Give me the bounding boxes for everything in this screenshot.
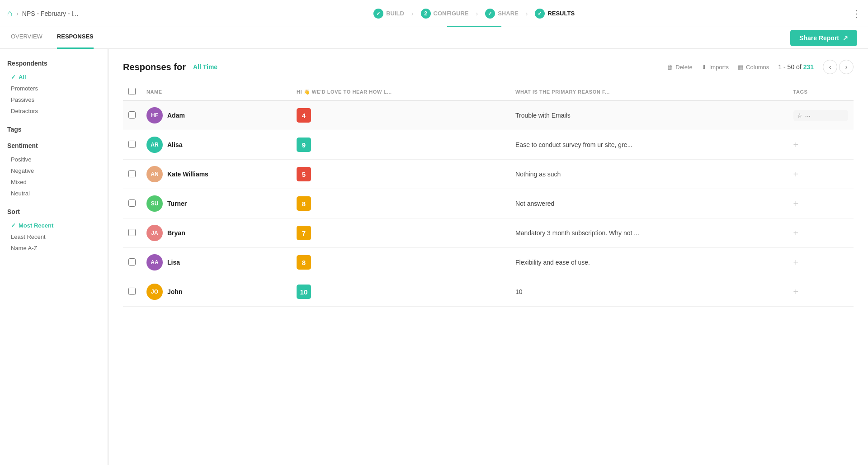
table-row: AN Kate Williams 5 Nothing as such + <box>123 160 854 189</box>
row-name-cell: HF Adam <box>141 101 291 130</box>
main-layout: Respondents ✓ All Promoters Passives Det… <box>0 49 868 465</box>
row-score-cell: 7 <box>291 218 510 248</box>
header-checkbox-cell <box>123 83 141 101</box>
row-checkbox[interactable] <box>128 111 136 119</box>
columns-icon: ▦ <box>738 64 743 71</box>
next-page-button[interactable]: › <box>839 60 854 74</box>
row-tags-cell: ☆ ··· <box>788 101 854 130</box>
sidebar-item-neutral[interactable]: Neutral <box>7 188 100 199</box>
row-checkbox[interactable] <box>128 258 136 266</box>
sidebar-item-most-recent[interactable]: ✓ Most Recent <box>7 220 100 231</box>
build-check-icon: ✓ <box>373 9 383 19</box>
filter-link[interactable]: All Time <box>193 63 217 71</box>
table-header-row: NAME HI 👋 WE'D LOVE TO HEAR HOW L... WHA… <box>123 83 854 101</box>
sidebar-item-name-az[interactable]: Name A-Z <box>7 242 100 254</box>
row-score-cell: 8 <box>291 189 510 218</box>
top-nav: ⌂ › NPS - February - l... ✓ BUILD › 2 CO… <box>0 0 868 27</box>
tab-overview[interactable]: OVERVIEW <box>11 27 42 49</box>
sidebar-item-negative[interactable]: Negative <box>7 165 100 176</box>
add-tag-button[interactable]: + <box>793 199 799 209</box>
delete-button[interactable]: 🗑 Delete <box>667 64 693 71</box>
home-icon[interactable]: ⌂ <box>7 8 13 19</box>
add-tag-button[interactable]: + <box>793 228 799 238</box>
row-checkbox[interactable] <box>128 229 136 236</box>
wizard-chevron-3: › <box>526 10 528 17</box>
prev-page-button[interactable]: ‹ <box>823 60 837 74</box>
sidebar-item-detractors[interactable]: Detractors <box>7 105 100 117</box>
row-score-cell: 10 <box>291 277 510 307</box>
header-name: NAME <box>141 83 291 101</box>
row-tags-cell: + <box>788 130 854 160</box>
share-label: SHARE <box>498 10 519 17</box>
sidebar-item-positive[interactable]: Positive <box>7 154 100 165</box>
add-tag-button[interactable]: + <box>793 287 799 297</box>
check-icon-most-recent: ✓ <box>11 222 16 229</box>
row-checkbox-cell <box>123 130 141 160</box>
row-checkbox[interactable] <box>128 288 136 295</box>
wizard-step-build[interactable]: ✓ BUILD <box>368 9 410 19</box>
table-row: JA Bryan 7 Mandatory 3 month subscriptio… <box>123 218 854 248</box>
row-checkbox[interactable] <box>128 199 136 207</box>
score-badge: 8 <box>297 196 311 211</box>
sidebar-item-all[interactable]: ✓ All <box>7 71 100 83</box>
wizard-active-underline <box>447 26 501 27</box>
results-check-icon: ✓ <box>535 9 545 19</box>
responses-table: NAME HI 👋 WE'D LOVE TO HEAR HOW L... WHA… <box>123 83 854 307</box>
row-score-cell: 5 <box>291 160 510 189</box>
row-reason-cell: Nothing as such <box>510 160 788 189</box>
star-icon[interactable]: ☆ <box>797 112 802 119</box>
respondent-name: Lisa <box>167 259 180 266</box>
sidebar-item-least-recent[interactable]: Least Recent <box>7 231 100 242</box>
respondent-name: Adam <box>167 112 185 119</box>
configure-number-icon: 2 <box>421 9 431 19</box>
more-options-icon[interactable]: ⋮ <box>852 8 861 19</box>
sidebar-item-promoters[interactable]: Promoters <box>7 83 100 94</box>
add-tag-button[interactable]: + <box>793 140 799 150</box>
sidebar-item-passives[interactable]: Passives <box>7 94 100 105</box>
score-badge: 5 <box>297 167 311 181</box>
row-tags-cell: + <box>788 218 854 248</box>
tab-responses[interactable]: RESPONSES <box>57 27 94 49</box>
add-tag-button[interactable]: + <box>793 169 799 180</box>
row-name-cell: JO John <box>141 277 291 307</box>
avatar: HF <box>146 107 163 123</box>
wizard-step-share[interactable]: ✓ SHARE <box>480 9 524 19</box>
reason-text: Flexibility and ease of use. <box>515 259 590 266</box>
avatar: SU <box>146 195 163 212</box>
add-tag-button[interactable]: + <box>793 257 799 268</box>
row-reason-cell: Ease to conduct survey from ur site, gre… <box>510 130 788 160</box>
pagination-info: 1 - 50 of 231 <box>778 63 814 71</box>
share-report-button[interactable]: Share Report ↗ <box>790 30 857 46</box>
more-tag-options-icon[interactable]: ··· <box>805 112 811 119</box>
columns-button[interactable]: ▦ Columns <box>738 64 769 71</box>
respondent-name: Kate Williams <box>167 171 208 178</box>
row-reason-cell: Trouble with Emails <box>510 101 788 130</box>
row-checkbox[interactable] <box>128 141 136 148</box>
select-all-checkbox[interactable] <box>128 88 136 95</box>
respondent-name: Alisa <box>167 141 182 148</box>
avatar: AR <box>146 137 163 153</box>
score-badge: 10 <box>297 285 311 299</box>
wizard-step-configure[interactable]: 2 CONFIGURE <box>415 9 474 19</box>
row-checkbox[interactable] <box>128 170 136 177</box>
row-name-cell: SU Turner <box>141 189 291 218</box>
row-checkbox-cell <box>123 189 141 218</box>
imports-button[interactable]: ⬇ Imports <box>702 64 729 71</box>
sidebar: Respondents ✓ All Promoters Passives Det… <box>0 49 108 465</box>
responses-header: Responses for All Time 🗑 Delete ⬇ Import… <box>123 60 854 74</box>
share-report-label: Share Report <box>799 34 839 42</box>
row-checkbox-cell <box>123 277 141 307</box>
sidebar-sentiment-title: Sentiment <box>7 142 100 149</box>
check-icon-all: ✓ <box>11 74 16 81</box>
row-name-cell: JA Bryan <box>141 218 291 248</box>
row-name-cell: AN Kate Williams <box>141 160 291 189</box>
reason-text: Nothing as such <box>515 171 561 178</box>
content-area: Responses for All Time 🗑 Delete ⬇ Import… <box>108 49 868 465</box>
reason-text: Ease to conduct survey from ur site, gre… <box>515 141 632 148</box>
results-label: RESULTS <box>547 10 575 17</box>
wizard-step-results[interactable]: ✓ RESULTS <box>529 9 580 19</box>
row-checkbox-cell <box>123 248 141 277</box>
avatar: JA <box>146 225 163 241</box>
responses-title: Responses for <box>123 62 186 72</box>
sidebar-item-mixed[interactable]: Mixed <box>7 176 100 188</box>
